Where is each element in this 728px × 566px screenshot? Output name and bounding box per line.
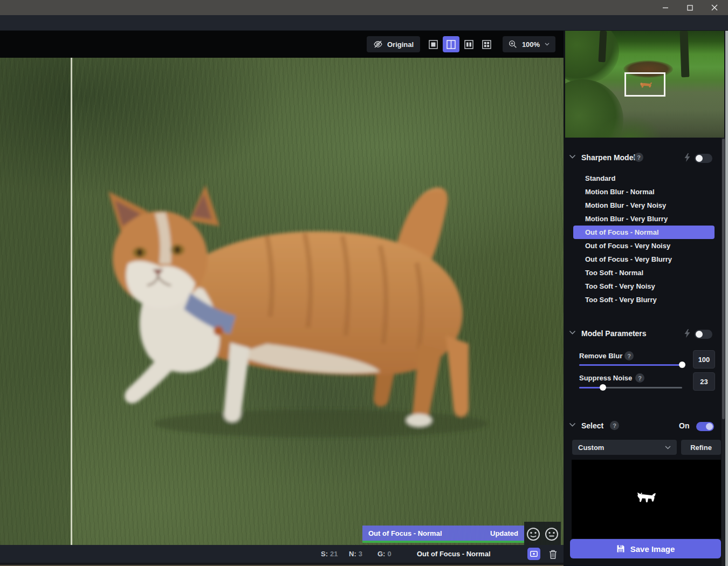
happy-face-icon[interactable] <box>526 527 540 541</box>
stat-noise: N:3 <box>349 550 362 558</box>
model-parameters-header: Model Parameters <box>564 328 724 340</box>
model-item[interactable]: Too Soft - Normal <box>573 266 715 279</box>
select-header: Select ? On <box>564 420 724 432</box>
thumb-foliage <box>565 31 619 84</box>
mask-preview[interactable] <box>572 460 721 538</box>
help-icon[interactable]: ? <box>634 153 643 162</box>
canvas-toolbar: Original <box>0 31 564 58</box>
thumb-tree-trunk <box>680 31 690 77</box>
navigator-thumbnail[interactable] <box>565 31 724 138</box>
zoom-control[interactable]: 100% <box>503 36 555 52</box>
feedback-buttons <box>524 522 561 545</box>
camera-icon <box>530 551 538 557</box>
model-item[interactable]: Motion Blur - Normal <box>573 185 715 199</box>
sharpen-model-auto-toggle[interactable] <box>695 154 712 163</box>
auto-bolt-icon[interactable] <box>684 153 690 162</box>
suppress-noise-value[interactable]: 23 <box>693 372 715 391</box>
trash-icon <box>549 550 557 559</box>
auto-bolt-icon[interactable] <box>684 329 690 338</box>
section-title: Select <box>581 421 603 430</box>
processing-banner: Out of Focus - Normal Updated <box>362 526 524 543</box>
cat-photo <box>89 182 520 441</box>
select-toggle[interactable] <box>696 422 714 431</box>
navigator-view-rect[interactable] <box>624 72 665 97</box>
sharpen-model-header: Sharpen Model ? <box>564 152 724 164</box>
chevron-down-icon[interactable] <box>569 154 576 159</box>
suppress-noise-label: Suppress Noise <box>579 374 632 382</box>
delete-button[interactable] <box>547 548 559 560</box>
save-image-button[interactable]: Save Image <box>570 539 721 558</box>
model-item[interactable]: Too Soft - Very Noisy <box>573 279 715 293</box>
refine-button[interactable]: Refine <box>681 440 721 455</box>
section-title: Sharpen Model <box>581 153 635 162</box>
zoom-value: 100% <box>522 40 540 49</box>
view-split-icon <box>447 40 456 49</box>
selection-mode-value: Custom <box>578 444 604 452</box>
maximize-button[interactable] <box>677 0 702 15</box>
close-button[interactable] <box>702 0 727 15</box>
thumb-cat <box>639 82 653 89</box>
chevron-down-icon[interactable] <box>569 330 576 335</box>
split-divider-handle[interactable] <box>71 58 72 545</box>
stat-sharpen: S:21 <box>321 550 338 558</box>
titlebar <box>0 0 728 15</box>
model-item[interactable]: Out of Focus - Very Blurry <box>573 253 715 266</box>
view-split-button[interactable] <box>443 36 459 52</box>
chevron-down-icon <box>665 446 671 449</box>
suppress-noise-slider[interactable] <box>579 387 682 388</box>
model-item[interactable]: Out of Focus - Very Noisy <box>573 239 715 253</box>
eye-off-icon <box>373 40 383 49</box>
original-label: Original <box>387 40 414 49</box>
help-icon[interactable]: ? <box>635 373 644 383</box>
help-icon[interactable]: ? <box>624 351 634 360</box>
panel-scrollbar[interactable] <box>722 138 725 566</box>
model-item[interactable]: Too Soft - Very Blurry <box>573 293 715 306</box>
mask-cat-silhouette <box>635 492 659 506</box>
zoom-in-icon <box>509 40 517 49</box>
remove-blur-label: Remove Blur <box>579 352 622 360</box>
stat-grain: G:0 <box>377 550 392 558</box>
current-model-label: Out of Focus - Normal <box>417 550 491 558</box>
model-item[interactable]: Standard <box>573 172 715 185</box>
selection-mode-dropdown[interactable]: Custom <box>572 440 677 455</box>
view-quad-icon <box>482 40 491 49</box>
chevron-down-icon <box>545 43 550 46</box>
chevron-down-icon[interactable] <box>569 422 576 427</box>
processing-model-label: Out of Focus - Normal <box>368 529 442 537</box>
model-parameters-auto-toggle[interactable] <box>695 330 712 339</box>
processing-status: Updated <box>490 529 518 537</box>
remove-blur-value[interactable]: 100 <box>693 350 715 369</box>
sharpen-model-list: Standard Motion Blur - Normal Motion Blu… <box>573 172 715 306</box>
slider-knob[interactable] <box>679 362 685 368</box>
right-panel: Sharpen Model ? Standard Motion Blur - N… <box>564 31 728 566</box>
minimize-icon <box>662 4 669 11</box>
view-sidebyside-button[interactable] <box>461 36 477 52</box>
remove-blur-slider[interactable] <box>579 364 682 366</box>
save-icon <box>616 544 625 553</box>
view-single-button[interactable] <box>425 36 442 52</box>
app-window: Original <box>0 0 728 566</box>
image-canvas[interactable]: Out of Focus - Normal Updated <box>0 58 564 545</box>
original-toggle-button[interactable]: Original <box>367 36 420 52</box>
snapshot-button[interactable] <box>527 548 540 560</box>
minimize-button[interactable] <box>653 0 678 15</box>
maximize-icon <box>687 5 693 11</box>
close-icon <box>711 4 718 11</box>
view-single-icon <box>429 40 438 49</box>
view-sidebyside-icon <box>464 40 473 49</box>
progress-bar <box>362 541 524 543</box>
select-on-label: On <box>679 421 689 430</box>
original-half-overlay <box>0 58 72 545</box>
view-mode-group <box>425 36 495 52</box>
model-item[interactable]: Motion Blur - Very Blurry <box>573 212 715 226</box>
view-quad-button[interactable] <box>478 36 495 52</box>
section-title: Model Parameters <box>581 329 647 338</box>
help-icon[interactable]: ? <box>610 421 619 430</box>
slider-knob[interactable] <box>600 384 606 391</box>
menu-strip <box>0 15 728 31</box>
model-item-selected[interactable]: Out of Focus - Normal <box>573 226 715 239</box>
model-item[interactable]: Motion Blur - Very Noisy <box>573 199 715 212</box>
neutral-face-icon[interactable] <box>545 527 559 541</box>
screen-edge <box>725 31 728 566</box>
status-bar: S:21 N:3 G:0 Out of Focus - Normal <box>0 545 564 563</box>
